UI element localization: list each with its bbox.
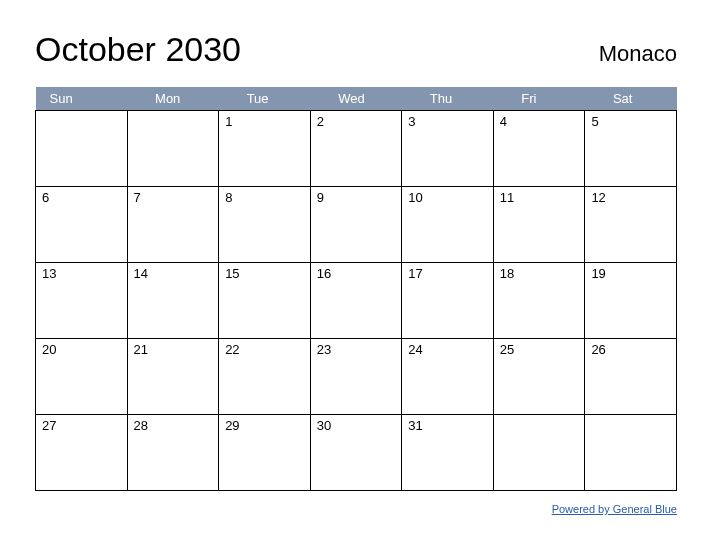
week-row: 6 7 8 9 10 11 12 [36, 187, 677, 263]
week-row: 20 21 22 23 24 25 26 [36, 339, 677, 415]
day-header-thu: Thu [402, 87, 494, 111]
calendar-grid: Sun Mon Tue Wed Thu Fri Sat 1 2 3 4 5 6 … [35, 87, 677, 491]
week-row: 1 2 3 4 5 [36, 111, 677, 187]
day-header-sat: Sat [585, 87, 677, 111]
day-cell: 30 [310, 415, 402, 491]
day-cell: 11 [493, 187, 585, 263]
day-header-tue: Tue [219, 87, 311, 111]
day-cell: 25 [493, 339, 585, 415]
day-cell: 13 [36, 263, 128, 339]
calendar-header: October 2030 Monaco [35, 30, 677, 69]
day-cell: 8 [219, 187, 311, 263]
day-cell: 16 [310, 263, 402, 339]
powered-by-link[interactable]: Powered by General Blue [552, 503, 677, 515]
day-cell: 29 [219, 415, 311, 491]
footer: Powered by General Blue [35, 499, 677, 517]
day-cell [493, 415, 585, 491]
day-cell: 14 [127, 263, 219, 339]
month-year-title: October 2030 [35, 30, 241, 69]
day-cell: 9 [310, 187, 402, 263]
day-cell: 26 [585, 339, 677, 415]
day-cell: 7 [127, 187, 219, 263]
day-cell: 28 [127, 415, 219, 491]
day-cell: 3 [402, 111, 494, 187]
day-cell: 20 [36, 339, 128, 415]
day-cell: 19 [585, 263, 677, 339]
day-cell: 6 [36, 187, 128, 263]
day-cell: 24 [402, 339, 494, 415]
day-cell: 12 [585, 187, 677, 263]
day-cell: 27 [36, 415, 128, 491]
day-cell: 4 [493, 111, 585, 187]
day-cell: 22 [219, 339, 311, 415]
day-cell: 10 [402, 187, 494, 263]
region-label: Monaco [599, 41, 677, 67]
day-cell: 15 [219, 263, 311, 339]
day-cell [585, 415, 677, 491]
day-header-row: Sun Mon Tue Wed Thu Fri Sat [36, 87, 677, 111]
day-cell: 5 [585, 111, 677, 187]
day-cell [36, 111, 128, 187]
day-header-sun: Sun [36, 87, 128, 111]
day-cell: 21 [127, 339, 219, 415]
day-cell: 17 [402, 263, 494, 339]
week-row: 27 28 29 30 31 [36, 415, 677, 491]
day-cell: 31 [402, 415, 494, 491]
day-cell: 1 [219, 111, 311, 187]
day-cell: 2 [310, 111, 402, 187]
day-header-fri: Fri [493, 87, 585, 111]
day-cell [127, 111, 219, 187]
day-header-wed: Wed [310, 87, 402, 111]
day-cell: 18 [493, 263, 585, 339]
day-cell: 23 [310, 339, 402, 415]
week-row: 13 14 15 16 17 18 19 [36, 263, 677, 339]
day-header-mon: Mon [127, 87, 219, 111]
